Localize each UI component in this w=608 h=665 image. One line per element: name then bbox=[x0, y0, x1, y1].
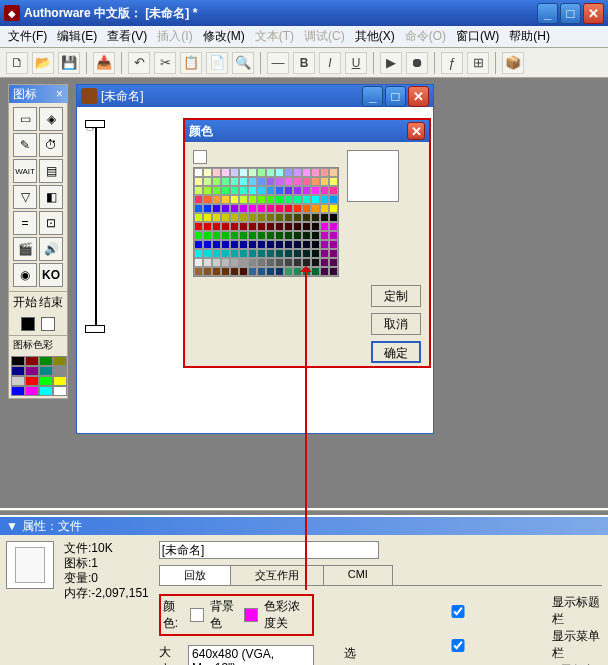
size-select[interactable]: 640x480 (VGA, Mac13") ▾ bbox=[188, 645, 314, 665]
palette-cell[interactable] bbox=[320, 258, 329, 267]
dvd-icon[interactable]: ◉ bbox=[13, 263, 37, 287]
palette-cell[interactable] bbox=[311, 258, 320, 267]
palette-cell[interactable] bbox=[257, 258, 266, 267]
palette-cell[interactable] bbox=[194, 240, 203, 249]
color-palette[interactable] bbox=[193, 167, 339, 277]
font-button[interactable]: — bbox=[267, 52, 289, 74]
palette-cell[interactable] bbox=[266, 186, 275, 195]
palette-cell[interactable] bbox=[257, 177, 266, 186]
palette-cell[interactable] bbox=[239, 240, 248, 249]
palette-cell[interactable] bbox=[329, 213, 338, 222]
palette-cell[interactable] bbox=[203, 213, 212, 222]
palette-cell[interactable] bbox=[266, 204, 275, 213]
palette-cell[interactable] bbox=[275, 222, 284, 231]
palette-cell[interactable] bbox=[203, 231, 212, 240]
palette-cell[interactable] bbox=[284, 258, 293, 267]
palette-cell[interactable] bbox=[320, 195, 329, 204]
palette-cell[interactable] bbox=[320, 240, 329, 249]
palette-cell[interactable] bbox=[230, 177, 239, 186]
maximize-button[interactable]: □ bbox=[560, 3, 581, 24]
palette-cell[interactable] bbox=[275, 231, 284, 240]
palette-cell[interactable] bbox=[239, 195, 248, 204]
mini-color-cell[interactable] bbox=[39, 376, 53, 386]
palette-cell[interactable] bbox=[266, 231, 275, 240]
palette-cell[interactable] bbox=[257, 186, 266, 195]
mini-color-cell[interactable] bbox=[25, 366, 39, 376]
palette-cell[interactable] bbox=[293, 240, 302, 249]
erase-icon[interactable]: ✎ bbox=[13, 133, 37, 157]
palette-cell[interactable] bbox=[275, 249, 284, 258]
mini-color-cell[interactable] bbox=[25, 376, 39, 386]
palette-cell[interactable] bbox=[293, 231, 302, 240]
palette-cell[interactable] bbox=[203, 195, 212, 204]
palette-cell[interactable] bbox=[329, 186, 338, 195]
palette-cell[interactable] bbox=[248, 249, 257, 258]
palette-cell[interactable] bbox=[320, 168, 329, 177]
tab-playback[interactable]: 回放 bbox=[159, 565, 231, 585]
palette-cell[interactable] bbox=[257, 213, 266, 222]
palette-cell[interactable] bbox=[266, 177, 275, 186]
palette-cell[interactable] bbox=[311, 213, 320, 222]
end-flag-icon[interactable] bbox=[41, 317, 55, 331]
bg-color-swatch[interactable] bbox=[190, 608, 204, 622]
palette-cell[interactable] bbox=[221, 240, 230, 249]
palette-cell[interactable] bbox=[221, 258, 230, 267]
palette-cell[interactable] bbox=[239, 168, 248, 177]
palette-cell[interactable] bbox=[311, 186, 320, 195]
palette-cell[interactable] bbox=[275, 213, 284, 222]
palette-cell[interactable] bbox=[311, 195, 320, 204]
underline-button[interactable]: U bbox=[345, 52, 367, 74]
palette-cell[interactable] bbox=[284, 168, 293, 177]
palette-cell[interactable] bbox=[248, 186, 257, 195]
palette-cell[interactable] bbox=[203, 177, 212, 186]
palette-cell[interactable] bbox=[221, 222, 230, 231]
palette-cell[interactable] bbox=[212, 258, 221, 267]
palette-cell[interactable] bbox=[320, 186, 329, 195]
palette-cell[interactable] bbox=[221, 204, 230, 213]
palette-cell[interactable] bbox=[311, 267, 320, 276]
palette-cell[interactable] bbox=[302, 168, 311, 177]
palette-cell[interactable] bbox=[212, 204, 221, 213]
palette-cell[interactable] bbox=[239, 177, 248, 186]
palette-cell[interactable] bbox=[194, 267, 203, 276]
motion-icon[interactable]: ◈ bbox=[39, 107, 63, 131]
palette-cell[interactable] bbox=[203, 258, 212, 267]
palette-cell[interactable] bbox=[239, 186, 248, 195]
menu-help[interactable]: 帮助(H) bbox=[505, 26, 554, 47]
palette-cell[interactable] bbox=[221, 177, 230, 186]
bold-button[interactable]: B bbox=[293, 52, 315, 74]
palette-cell[interactable] bbox=[239, 213, 248, 222]
palette-cell[interactable] bbox=[239, 204, 248, 213]
chroma-color-swatch[interactable] bbox=[244, 608, 258, 622]
mini-color-cell[interactable] bbox=[39, 366, 53, 376]
palette-cell[interactable] bbox=[293, 213, 302, 222]
palette-cell[interactable] bbox=[275, 177, 284, 186]
palette-cell[interactable] bbox=[212, 213, 221, 222]
palette-cell[interactable] bbox=[230, 267, 239, 276]
new-button[interactable]: 🗋 bbox=[6, 52, 28, 74]
palette-cell[interactable] bbox=[293, 249, 302, 258]
palette-cell[interactable] bbox=[302, 186, 311, 195]
flow-start[interactable] bbox=[85, 120, 105, 128]
knowledge-button[interactable]: 📦 bbox=[502, 52, 524, 74]
palette-cell[interactable] bbox=[266, 258, 275, 267]
palette-cell[interactable] bbox=[221, 186, 230, 195]
palette-cell[interactable] bbox=[212, 222, 221, 231]
paste-button[interactable]: 📄 bbox=[206, 52, 228, 74]
palette-cell[interactable] bbox=[212, 195, 221, 204]
palette-cell[interactable] bbox=[275, 168, 284, 177]
find-button[interactable]: 🔍 bbox=[232, 52, 254, 74]
palette-cell[interactable] bbox=[221, 168, 230, 177]
palette-cell[interactable] bbox=[329, 222, 338, 231]
flow-end[interactable] bbox=[85, 325, 105, 333]
palette-cell[interactable] bbox=[329, 231, 338, 240]
palette-cell[interactable] bbox=[293, 168, 302, 177]
decision-icon[interactable]: ▽ bbox=[13, 185, 37, 209]
palette-cell[interactable] bbox=[329, 177, 338, 186]
mini-color-cell[interactable] bbox=[39, 356, 53, 366]
palette-cell[interactable] bbox=[302, 222, 311, 231]
palette-cell[interactable] bbox=[329, 267, 338, 276]
palette-cell[interactable] bbox=[248, 222, 257, 231]
palette-cell[interactable] bbox=[329, 249, 338, 258]
palette-cell[interactable] bbox=[293, 186, 302, 195]
